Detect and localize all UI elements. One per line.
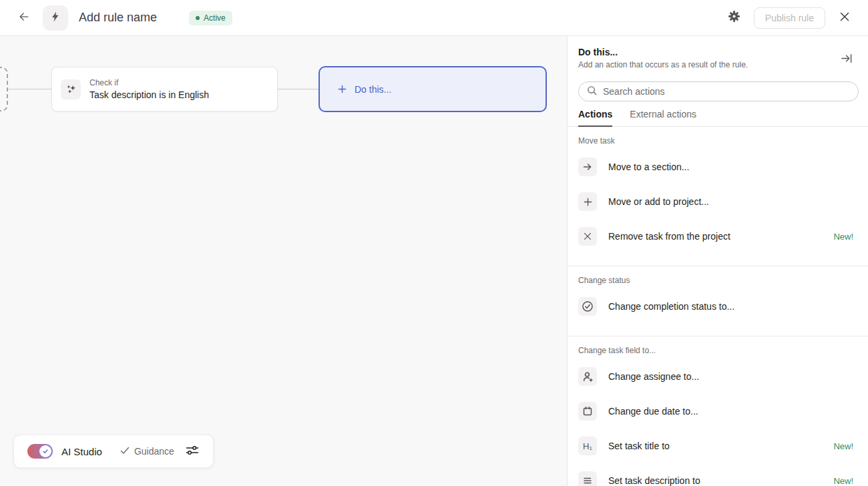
rule-canvas: Check if Task description is in English … xyxy=(0,36,567,486)
section-items: Change completion status to... xyxy=(578,293,857,320)
panel-subtitle: Add an action that occurs as a result of… xyxy=(578,60,857,69)
action-item[interactable]: Remove task from the project New! xyxy=(578,223,857,250)
calendar-icon xyxy=(578,402,597,421)
close-icon xyxy=(839,11,850,25)
new-badge: New! xyxy=(833,232,857,242)
action-section: Change task field to... Change assignee … xyxy=(568,336,868,486)
do-this-label: Do this... xyxy=(355,84,391,95)
new-badge: New! xyxy=(833,476,857,486)
trigger-card-text: Check if Task description is in English xyxy=(89,78,209,100)
x-icon xyxy=(578,227,597,246)
search-actions-input[interactable] xyxy=(603,86,850,97)
action-item[interactable]: Change completion status to... xyxy=(578,293,857,320)
action-item-label: Set task title to xyxy=(608,441,670,451)
close-button[interactable] xyxy=(837,11,852,25)
tab-actions[interactable]: Actions xyxy=(578,109,612,127)
plus-icon xyxy=(337,84,347,94)
action-item-label: Move or add to project... xyxy=(608,196,709,207)
panel-title: Do this... xyxy=(578,47,857,57)
trigger-label: Task description is in English xyxy=(89,89,209,100)
toggle-knob xyxy=(39,445,51,457)
section-label: Change task field to... xyxy=(578,346,857,355)
section-items: Move to a section... Move or add to proj… xyxy=(578,154,857,250)
check-icon xyxy=(120,446,130,457)
ai-studio-toggle[interactable] xyxy=(27,444,53,459)
arrow-right-icon xyxy=(578,158,597,176)
tab-external-actions[interactable]: External actions xyxy=(630,109,696,126)
action-item-label: Move to a section... xyxy=(608,162,689,172)
action-section: Change status Change completion status t… xyxy=(568,266,868,336)
action-item-label: Change completion status to... xyxy=(608,301,734,312)
collapse-right-icon xyxy=(840,52,853,67)
guidance-label: Guidance xyxy=(134,446,174,457)
action-tabs: Actions External actions xyxy=(568,109,868,127)
section-label: Move task xyxy=(578,136,857,146)
connector-line xyxy=(8,89,51,89)
arrow-left-icon xyxy=(17,10,31,26)
ghost-trigger-node[interactable] xyxy=(0,67,8,111)
action-section: Move task Move to a section... Move or a… xyxy=(568,127,868,266)
lightning-bolt-icon xyxy=(49,11,61,25)
section-label: Change status xyxy=(578,276,857,285)
topbar: Add rule name Active Publish rule xyxy=(0,0,868,36)
do-this-card[interactable]: Do this... xyxy=(318,66,547,112)
sparkles-icon xyxy=(61,79,81,99)
ai-studio-label: AI Studio xyxy=(61,446,102,457)
action-item-label: Remove task from the project xyxy=(608,231,730,242)
action-item[interactable]: Change assignee to... xyxy=(578,363,857,390)
check-circle-icon xyxy=(578,297,597,316)
rule-icon-box xyxy=(43,5,68,31)
h1-icon: H₁ xyxy=(578,437,597,455)
action-sections: Move task Move to a section... Move or a… xyxy=(568,127,868,486)
publish-rule-button[interactable]: Publish rule xyxy=(754,7,825,29)
trigger-card[interactable]: Check if Task description is in English xyxy=(51,67,278,111)
gear-icon xyxy=(728,10,740,25)
status-dot-icon xyxy=(196,16,200,20)
status-badge-label: Active xyxy=(204,13,226,23)
ai-settings-button[interactable] xyxy=(185,444,200,459)
search-actions-box[interactable] xyxy=(578,81,859,101)
back-button[interactable] xyxy=(16,10,32,26)
section-items: Change assignee to... Change due date to… xyxy=(578,363,857,486)
plus-icon xyxy=(578,192,597,211)
connector-line xyxy=(278,89,318,89)
trigger-kicker: Check if xyxy=(89,78,209,87)
action-item-label: Set task description to xyxy=(608,475,700,486)
sliders-icon xyxy=(186,445,199,458)
action-panel: Do this... Add an action that occurs as … xyxy=(567,36,868,486)
action-item[interactable]: Move to a section... xyxy=(578,154,857,180)
rule-name-title[interactable]: Add rule name xyxy=(79,11,157,25)
action-item[interactable]: Move or add to project... xyxy=(578,188,857,215)
status-badge: Active xyxy=(189,11,232,25)
action-item[interactable]: Set task description to New! xyxy=(578,467,857,486)
guidance-button[interactable]: Guidance xyxy=(120,446,174,457)
lines-icon xyxy=(578,471,597,486)
action-item-label: Change assignee to... xyxy=(608,371,699,382)
collapse-panel-button[interactable] xyxy=(839,52,853,67)
action-item-label: Change due date to... xyxy=(608,406,698,417)
action-item[interactable]: Change due date to... xyxy=(578,398,857,425)
search-icon xyxy=(587,85,597,98)
person-plus-icon xyxy=(578,367,597,386)
action-item[interactable]: H₁ Set task title to New! xyxy=(578,433,857,459)
settings-button[interactable] xyxy=(726,9,743,27)
ai-studio-pill: AI Studio Guidance xyxy=(13,435,214,468)
new-badge: New! xyxy=(833,441,857,451)
action-panel-header: Do this... Add an action that occurs as … xyxy=(568,36,868,69)
